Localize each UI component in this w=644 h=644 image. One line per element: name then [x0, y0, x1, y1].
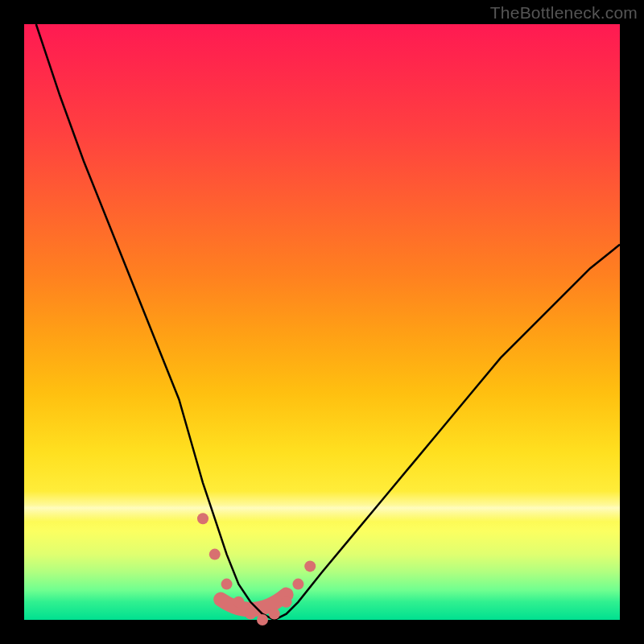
- bottleneck-curve: [36, 24, 620, 620]
- highlight-dot: [233, 597, 244, 608]
- highlight-dot: [257, 614, 268, 625]
- highlight-dot: [221, 579, 233, 590]
- highlight-dot: [209, 549, 221, 560]
- chart-frame: TheBottleneck.com: [0, 0, 644, 644]
- watermark-text: TheBottleneck.com: [490, 3, 638, 23]
- highlight-dot: [304, 560, 316, 572]
- highlight-dot: [292, 579, 303, 590]
- highlight-band: [221, 595, 286, 610]
- highlight-dot: [269, 609, 280, 620]
- highlight-dot: [197, 513, 208, 524]
- curve-layer: [24, 24, 620, 620]
- highlight-dot: [245, 609, 256, 620]
- highlight-dot: [281, 597, 292, 608]
